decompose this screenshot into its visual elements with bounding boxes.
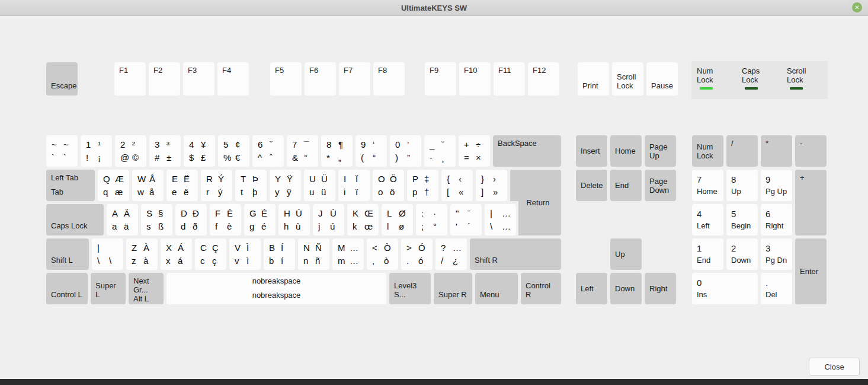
key-backspace[interactable]: BackSpace: [493, 135, 561, 167]
key-right[interactable]: Right: [645, 273, 676, 304]
key-7[interactable]: 7¯&°: [287, 135, 318, 167]
key-caps-lock-key[interactable]: Caps Lock: [46, 204, 104, 236]
key-control-l[interactable]: Control L: [46, 273, 88, 304]
key-slash[interactable]: ?…/¿: [435, 238, 467, 270]
key-b[interactable]: BÍbí: [264, 238, 295, 270]
key-f5[interactable]: F5: [270, 62, 302, 96]
key-x[interactable]: XÁxá: [161, 238, 192, 270]
key-alt-l[interactable]: Next Gr...Alt L: [129, 273, 164, 304]
key-m[interactable]: M…m…: [332, 238, 364, 270]
key-control-r[interactable]: Control R: [521, 273, 561, 304]
key-minus[interactable]: _˘-¸: [424, 135, 456, 167]
key-shift-l[interactable]: Shift L: [46, 238, 89, 270]
key-kp-5[interactable]: 5Begin: [726, 204, 758, 236]
key-bracket-left[interactable]: {‹[«: [441, 170, 473, 201]
key-period[interactable]: >Ó.ó: [401, 238, 433, 270]
key-down[interactable]: Down: [610, 273, 642, 304]
key-page-up[interactable]: PageUp: [645, 135, 676, 167]
close-button[interactable]: Close: [809, 358, 860, 376]
key-9[interactable]: 9‘(“: [355, 135, 387, 167]
key-f6[interactable]: F6: [305, 62, 336, 96]
key-g[interactable]: GÉgé: [244, 204, 276, 236]
key-a[interactable]: AÄaä: [107, 204, 138, 236]
key-f11[interactable]: F11: [494, 62, 525, 96]
key-f12[interactable]: F12: [528, 62, 559, 96]
key-1[interactable]: 1¹!¡: [81, 135, 112, 167]
key-kp-9[interactable]: 9Pg Up: [761, 170, 792, 201]
key-d[interactable]: DÐdð: [175, 204, 207, 236]
key-t[interactable]: TÞtþ: [235, 170, 267, 201]
key-comma[interactable]: <Ò,ò: [367, 238, 398, 270]
key-up[interactable]: Up: [610, 238, 642, 270]
key-f[interactable]: FÈfè: [210, 204, 241, 236]
key-scroll-lock-key[interactable]: ScrollLock: [612, 62, 643, 96]
key-kp-3[interactable]: 3Pg Dn: [761, 238, 792, 270]
key-0[interactable]: 0’)”: [390, 135, 421, 167]
key-8[interactable]: 8¶*„: [321, 135, 353, 167]
key-f4[interactable]: F4: [217, 62, 249, 96]
key-e[interactable]: EËeë: [166, 170, 198, 201]
key-semicolon[interactable]: :·;°: [416, 204, 447, 236]
key-kp-4[interactable]: 4Left: [692, 204, 723, 236]
key-6[interactable]: 6ˇ^ˆ: [252, 135, 284, 167]
key-kp-enter[interactable]: Enter: [795, 238, 827, 304]
key-w[interactable]: WÅwå: [132, 170, 164, 201]
key-c[interactable]: CÇcç: [195, 238, 226, 270]
key-kp-7[interactable]: 7Home: [692, 170, 723, 201]
key-super-r[interactable]: Super R: [434, 273, 472, 304]
key-home[interactable]: Home: [610, 135, 642, 167]
key-2[interactable]: 2²@©: [115, 135, 146, 167]
key-bracket-right[interactable]: }›]»: [476, 170, 507, 201]
key-f7[interactable]: F7: [339, 62, 370, 96]
key-page-down[interactable]: PageDown: [645, 170, 676, 201]
key-level3-shift[interactable]: Level3 S...: [389, 273, 431, 304]
key-kp-add[interactable]: +: [795, 170, 827, 236]
key-menu[interactable]: Menu: [475, 273, 518, 304]
key-print[interactable]: Print: [578, 62, 609, 96]
key-f10[interactable]: F10: [459, 62, 491, 96]
key-o[interactable]: OÖoö: [373, 170, 404, 201]
key-p[interactable]: P‡p†: [407, 170, 438, 201]
key-tab[interactable]: Left TabTab: [46, 170, 95, 201]
key-f1[interactable]: F1: [114, 62, 146, 96]
key-kp-6[interactable]: 6Right: [761, 204, 792, 236]
key-insert[interactable]: Insert: [576, 135, 607, 167]
key-f2[interactable]: F2: [149, 62, 180, 96]
key-f9[interactable]: F9: [425, 62, 456, 96]
key-kp-divide[interactable]: /: [726, 135, 758, 167]
key-f8[interactable]: F8: [373, 62, 405, 96]
key-kp-0[interactable]: 0Ins: [692, 273, 758, 304]
key-pause[interactable]: Pause: [646, 62, 678, 96]
key-escape[interactable]: Escape: [46, 62, 78, 96]
key-l[interactable]: LØlø: [382, 204, 413, 236]
key-f3[interactable]: F3: [183, 62, 214, 96]
key-u[interactable]: UÜuü: [304, 170, 335, 201]
key-kp-1[interactable]: 1End: [692, 238, 723, 270]
key-k[interactable]: KŒkœ: [347, 204, 379, 236]
key-kp-subtract[interactable]: -: [795, 135, 827, 167]
key-s[interactable]: S§sß: [141, 204, 172, 236]
key-end[interactable]: End: [610, 170, 642, 201]
key-backslash[interactable]: |…\…: [485, 204, 516, 236]
key-v[interactable]: VÌvì: [229, 238, 261, 270]
key-kp-multiply[interactable]: *: [761, 135, 792, 167]
key-n[interactable]: NÑnñ: [298, 238, 329, 270]
window-close-button[interactable]: ✕: [852, 2, 862, 12]
key-num-lock-key[interactable]: NumLock: [692, 135, 723, 167]
key-shift-r[interactable]: Shift R: [470, 238, 561, 270]
key-kp-2[interactable]: 2Down: [726, 238, 758, 270]
key-equal[interactable]: +÷=×: [459, 135, 490, 167]
key-5[interactable]: 5¢%€: [218, 135, 249, 167]
key-kp-8[interactable]: 8Up: [726, 170, 758, 201]
key-intl-backslash[interactable]: |\\: [92, 238, 123, 270]
key-delete[interactable]: Delete: [576, 170, 607, 201]
key-left[interactable]: Left: [576, 273, 607, 304]
key-apostrophe[interactable]: "¨'´: [450, 204, 482, 236]
key-3[interactable]: 3³#±: [149, 135, 181, 167]
key-i[interactable]: IÏiï: [338, 170, 370, 201]
key-super-l[interactable]: Super L: [91, 273, 126, 304]
key-z[interactable]: ZÀzà: [126, 238, 158, 270]
key-y[interactable]: YŸyÿ: [270, 170, 301, 201]
key-grave[interactable]: ~~``: [46, 135, 78, 167]
key-q[interactable]: QÆqæ: [98, 170, 129, 201]
